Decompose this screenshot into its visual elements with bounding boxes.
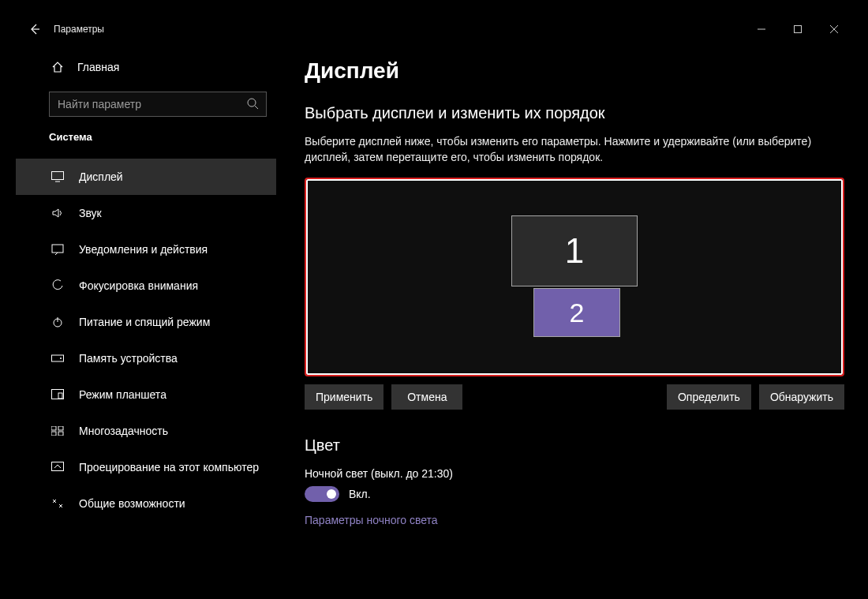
night-light-settings-link[interactable]: Параметры ночного света [305,514,438,526]
svg-rect-5 [52,355,64,361]
svg-rect-10 [58,426,63,430]
display-arrangement-area[interactable]: 1 2 [305,178,844,376]
sidebar-home[interactable]: Главная [16,51,276,84]
monitor-2-label: 2 [570,298,585,328]
sound-icon [51,208,65,219]
sidebar-item-label: Проецирование на этот компьютер [79,461,259,474]
night-light-label: Ночной свет (выкл. до 21:30) [305,467,843,480]
page-title: Дисплей [305,58,843,84]
sidebar-item-label: Звук [79,207,102,219]
svg-rect-9 [51,426,56,430]
arrow-left-icon [28,23,41,36]
home-icon [51,61,65,73]
toggle-knob [327,489,336,499]
maximize-button[interactable] [780,16,816,43]
toggle-state-label: Вкл. [349,488,371,500]
svg-rect-2 [52,172,64,180]
svg-point-6 [60,358,62,359]
sidebar-item-display[interactable]: Дисплей [16,159,276,195]
close-icon [830,25,838,33]
sidebar-group-label: Система [16,131,276,143]
apply-button[interactable]: Применить [305,384,383,410]
identify-button[interactable]: Определить [667,384,751,410]
shared-icon [51,498,65,509]
projecting-icon [51,462,65,473]
cancel-button[interactable]: Отмена [391,384,462,410]
sidebar-item-shared[interactable]: Общие возможности [16,485,276,522]
search-wrap [49,92,267,117]
settings-window: Параметры Главная [16,16,852,584]
window-controls [743,16,852,43]
sidebar-item-tablet[interactable]: Режим планшета [16,376,276,413]
svg-rect-0 [795,26,802,33]
sidebar-home-label: Главная [77,61,119,73]
search-icon [246,97,259,113]
svg-rect-8 [58,393,62,399]
arrange-description: Выберите дисплей ниже, чтобы изменить ег… [305,133,825,165]
titlebar: Параметры [16,16,852,43]
sidebar-item-label: Режим планшета [79,388,166,401]
sidebar-item-notifications[interactable]: Уведомления и действия [16,231,276,268]
svg-rect-12 [58,432,63,436]
search-input[interactable] [49,92,267,117]
focus-icon [51,279,65,292]
sidebar-item-storage[interactable]: Память устройства [16,340,276,376]
minimize-icon [758,25,765,33]
night-light-toggle[interactable] [305,486,339,502]
sidebar-item-label: Уведомления и действия [79,243,208,256]
sidebar-item-focus[interactable]: Фокусировка внимания [16,268,276,304]
svg-point-1 [248,99,256,107]
multitask-icon [51,426,65,436]
night-light-toggle-row: Вкл. [305,486,843,502]
sidebar-item-multitask[interactable]: Многозадачность [16,413,276,449]
sidebar-item-label: Питание и спящий режим [79,316,210,328]
close-button[interactable] [816,16,852,43]
sidebar-item-label: Дисплей [79,170,123,183]
storage-icon [51,354,65,363]
monitor-1[interactable]: 1 [511,215,638,286]
arrange-section-title: Выбрать дисплеи и изменить их порядок [305,104,843,122]
svg-rect-13 [52,462,64,471]
notifications-icon [51,244,65,255]
svg-rect-3 [52,245,63,253]
arrange-button-row: Применить Отмена Определить Обнаружить [305,384,844,410]
sidebar-item-label: Память устройства [79,352,178,365]
sidebar-item-power[interactable]: Питание и спящий режим [16,304,276,340]
sidebar-item-projecting[interactable]: Проецирование на этот компьютер [16,449,276,485]
monitor-1-label: 1 [565,231,584,271]
tablet-icon [51,389,65,400]
monitor-2[interactable]: 2 [533,288,620,337]
sidebar: Главная Система Дисплей Звук Уведомления… [16,43,276,584]
sidebar-item-label: Фокусировка внимания [79,279,198,292]
display-icon [51,171,65,182]
detect-button[interactable]: Обнаружить [759,384,844,410]
sidebar-item-sound[interactable]: Звук [16,195,276,231]
maximize-icon [794,25,802,33]
power-icon [51,316,65,328]
window-title: Параметры [54,24,104,35]
minimize-button[interactable] [743,16,780,43]
color-section-title: Цвет [305,436,843,455]
main-content: Дисплей Выбрать дисплеи и изменить их по… [276,43,852,584]
back-button[interactable] [16,16,54,43]
svg-rect-11 [51,432,56,436]
sidebar-item-label: Многозадачность [79,425,168,437]
sidebar-item-label: Общие возможности [79,497,185,510]
